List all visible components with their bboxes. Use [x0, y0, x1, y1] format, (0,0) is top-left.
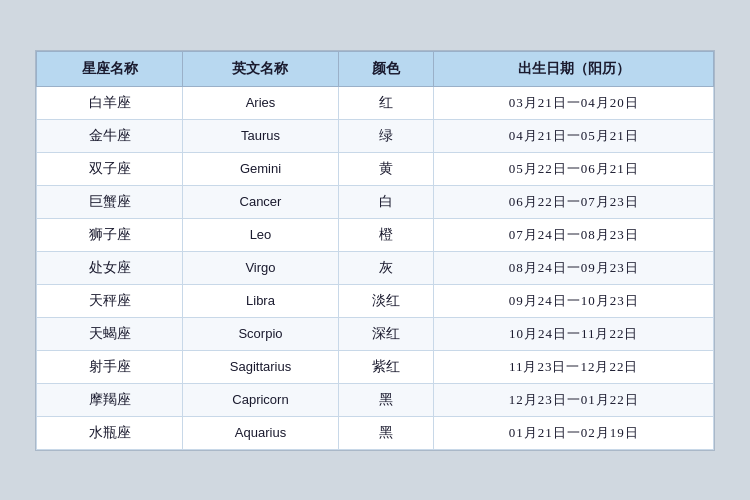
table-row: 天秤座Libra淡红09月24日一10月23日: [37, 284, 714, 317]
cell-date-range: 01月21日一02月19日: [434, 416, 714, 449]
cell-color: 灰: [338, 251, 434, 284]
cell-zh-name: 白羊座: [37, 86, 183, 119]
cell-date-range: 05月22日一06月21日: [434, 152, 714, 185]
cell-zh-name: 摩羯座: [37, 383, 183, 416]
cell-date-range: 07月24日一08月23日: [434, 218, 714, 251]
cell-color: 紫红: [338, 350, 434, 383]
header-en-name: 英文名称: [183, 51, 339, 86]
cell-color: 深红: [338, 317, 434, 350]
cell-en-name: Scorpio: [183, 317, 339, 350]
cell-color: 红: [338, 86, 434, 119]
table-row: 射手座Sagittarius紫红11月23日一12月22日: [37, 350, 714, 383]
cell-zh-name: 天蝎座: [37, 317, 183, 350]
cell-en-name: Cancer: [183, 185, 339, 218]
header-zh-name: 星座名称: [37, 51, 183, 86]
cell-date-range: 11月23日一12月22日: [434, 350, 714, 383]
zodiac-table: 星座名称 英文名称 颜色 出生日期（阳历） 白羊座Aries红03月21日一04…: [36, 51, 714, 450]
cell-date-range: 03月21日一04月20日: [434, 86, 714, 119]
cell-en-name: Leo: [183, 218, 339, 251]
cell-color: 绿: [338, 119, 434, 152]
cell-en-name: Aquarius: [183, 416, 339, 449]
cell-color: 黑: [338, 383, 434, 416]
cell-color: 黑: [338, 416, 434, 449]
cell-en-name: Capricorn: [183, 383, 339, 416]
cell-en-name: Aries: [183, 86, 339, 119]
cell-en-name: Virgo: [183, 251, 339, 284]
cell-color: 橙: [338, 218, 434, 251]
cell-zh-name: 天秤座: [37, 284, 183, 317]
cell-date-range: 08月24日一09月23日: [434, 251, 714, 284]
cell-zh-name: 处女座: [37, 251, 183, 284]
table-row: 巨蟹座Cancer白06月22日一07月23日: [37, 185, 714, 218]
cell-date-range: 04月21日一05月21日: [434, 119, 714, 152]
table-row: 狮子座Leo橙07月24日一08月23日: [37, 218, 714, 251]
cell-zh-name: 射手座: [37, 350, 183, 383]
cell-date-range: 12月23日一01月22日: [434, 383, 714, 416]
cell-zh-name: 狮子座: [37, 218, 183, 251]
cell-zh-name: 金牛座: [37, 119, 183, 152]
cell-date-range: 06月22日一07月23日: [434, 185, 714, 218]
cell-color: 淡红: [338, 284, 434, 317]
header-date-range: 出生日期（阳历）: [434, 51, 714, 86]
cell-color: 黄: [338, 152, 434, 185]
table-row: 处女座Virgo灰08月24日一09月23日: [37, 251, 714, 284]
table-row: 白羊座Aries红03月21日一04月20日: [37, 86, 714, 119]
cell-en-name: Taurus: [183, 119, 339, 152]
cell-date-range: 10月24日一11月22日: [434, 317, 714, 350]
table-row: 金牛座Taurus绿04月21日一05月21日: [37, 119, 714, 152]
cell-zh-name: 双子座: [37, 152, 183, 185]
table-row: 水瓶座Aquarius黑01月21日一02月19日: [37, 416, 714, 449]
cell-en-name: Libra: [183, 284, 339, 317]
table-row: 天蝎座Scorpio深红10月24日一11月22日: [37, 317, 714, 350]
header-color: 颜色: [338, 51, 434, 86]
cell-color: 白: [338, 185, 434, 218]
table-row: 摩羯座Capricorn黑12月23日一01月22日: [37, 383, 714, 416]
table-row: 双子座Gemini黄05月22日一06月21日: [37, 152, 714, 185]
cell-en-name: Sagittarius: [183, 350, 339, 383]
cell-date-range: 09月24日一10月23日: [434, 284, 714, 317]
table-header-row: 星座名称 英文名称 颜色 出生日期（阳历）: [37, 51, 714, 86]
cell-en-name: Gemini: [183, 152, 339, 185]
cell-zh-name: 巨蟹座: [37, 185, 183, 218]
cell-zh-name: 水瓶座: [37, 416, 183, 449]
zodiac-table-container: 星座名称 英文名称 颜色 出生日期（阳历） 白羊座Aries红03月21日一04…: [35, 50, 715, 451]
